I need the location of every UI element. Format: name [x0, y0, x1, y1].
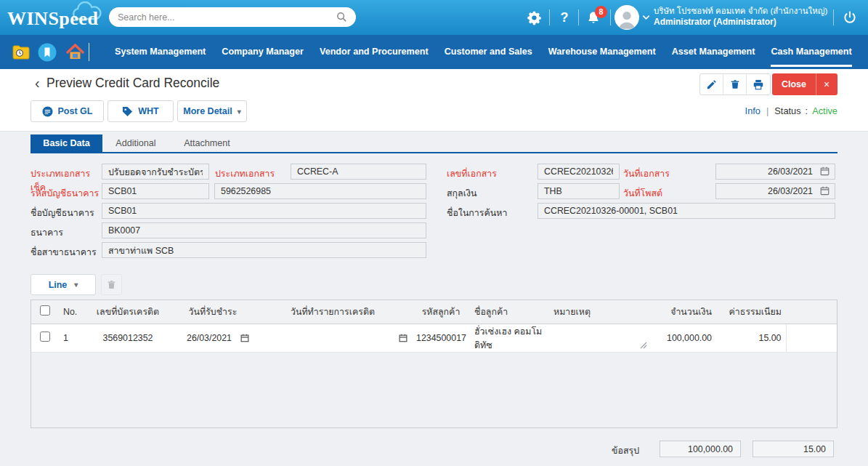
chevron-down-icon[interactable]: [642, 15, 650, 20]
calendar-icon[interactable]: [240, 334, 249, 342]
bank-input[interactable]: [102, 222, 426, 238]
calendar-icon[interactable]: [820, 166, 830, 176]
col-header-customer-name[interactable]: ชื่อลูกค้า: [470, 300, 549, 324]
cell-credit-card-no[interactable]: 3569012352: [84, 324, 172, 352]
status-label: Status: [774, 105, 800, 116]
grid-row: 1 3569012352 26/03/2021: [31, 324, 837, 352]
power-icon: [843, 10, 857, 25]
topbar-separator: [578, 9, 579, 25]
resize-grip-icon[interactable]: [640, 342, 647, 349]
currency-label: สกุลเงิน: [447, 183, 534, 200]
separator: |: [766, 105, 768, 116]
help-button[interactable]: ?: [553, 7, 575, 28]
cell-customer-code[interactable]: 1234500017: [412, 324, 470, 352]
bank-branch-label: ชื่อสาขาธนาคาร: [31, 242, 100, 259]
user-avatar[interactable]: [615, 5, 639, 30]
doc-type-input[interactable]: [291, 164, 426, 180]
delete-button[interactable]: [723, 74, 747, 95]
recent-documents-button[interactable]: [12, 43, 31, 62]
bank-account-code-input[interactable]: [102, 183, 209, 199]
currency-input[interactable]: [538, 183, 620, 199]
back-button[interactable]: ‹: [35, 75, 40, 91]
cell-credit-date[interactable]: [253, 324, 412, 352]
bank-account-no-input[interactable]: [214, 183, 426, 199]
bank-account-name-label: ชื่อบัญชีธนาคาร: [31, 203, 100, 220]
doc-date-field: [715, 164, 835, 180]
col-header-credit-card-no[interactable]: เลขที่บัตรเครดิต: [84, 300, 172, 324]
line-label: Line: [49, 280, 68, 290]
doc-date-input[interactable]: [715, 164, 835, 180]
notification-badge: 8: [595, 6, 607, 18]
col-header-note[interactable]: หมายเหตุ: [549, 300, 654, 324]
bank-field: [102, 222, 426, 238]
bank-branch-input[interactable]: [102, 242, 426, 258]
home-button[interactable]: [65, 43, 84, 62]
topbar-separator: [549, 9, 550, 25]
bank-account-code-label: รหัสบัญชีธนาคาร: [31, 183, 100, 200]
select-all-checkbox[interactable]: [40, 305, 50, 316]
print-button[interactable]: [747, 74, 770, 95]
settings-button[interactable]: [523, 7, 545, 28]
menubar-divider: [89, 43, 89, 61]
menu-item-asset-management[interactable]: Asset Management: [664, 35, 763, 69]
currency-field: [538, 183, 620, 199]
notifications-button[interactable]: 8: [583, 7, 604, 28]
bookmark-button[interactable]: [38, 43, 57, 62]
cell-pay-date[interactable]: 26/03/2021: [172, 324, 253, 352]
topbar-separator: [833, 9, 834, 25]
col-header-credit-date[interactable]: วันที่ทำรายการเครดิต: [253, 300, 412, 324]
company-name: บริษัท โปรซอฟท์ คอมเทค จำกัด (สำนักงานให…: [654, 6, 828, 17]
logout-button[interactable]: [839, 7, 861, 28]
col-header-fee[interactable]: ค่าธรรมเนียม: [716, 300, 786, 324]
cell-note[interactable]: [549, 324, 654, 352]
tab-underline: [31, 152, 837, 153]
col-header-customer-code[interactable]: รหัสลูกค้า: [412, 300, 470, 324]
logo-text: WINSpeed: [7, 8, 98, 30]
close-button[interactable]: Close: [772, 73, 816, 95]
edit-button[interactable]: [700, 74, 723, 95]
info-status-bar: Info|Status:Active: [690, 105, 837, 116]
close-x-button[interactable]: ×: [816, 73, 837, 95]
wht-button[interactable]: WHT: [108, 100, 174, 122]
search-name-label: ชื่อในการค้นหา: [447, 203, 534, 220]
search-icon[interactable]: [336, 12, 347, 23]
info-link[interactable]: Info: [745, 105, 760, 116]
tab-strip: Basic Data Additional Attachment: [31, 134, 245, 152]
post-date-input[interactable]: [715, 183, 835, 199]
col-header-no[interactable]: No.: [59, 300, 84, 324]
menu-item-vendor-procurement[interactable]: Vendor and Procurement: [312, 35, 437, 69]
cell-customer-name[interactable]: ฮั่วเซ่งเฮง คอมโมดิทัซ: [470, 324, 549, 352]
wht-label: WHT: [138, 106, 158, 116]
doc-check-type-input[interactable]: [102, 164, 209, 180]
module-menu: System Management Company Manager Vendor…: [107, 35, 868, 69]
row-checkbox[interactable]: [40, 332, 50, 342]
bank-account-no-field: [214, 183, 426, 199]
doc-no-input[interactable]: [538, 164, 620, 180]
page-title: Preview Credit Card Reconcile: [46, 76, 219, 91]
printer-icon: [753, 79, 764, 90]
tab-attachment[interactable]: Attachment: [169, 134, 245, 152]
status-badge: Active: [812, 105, 837, 116]
user-info[interactable]: บริษัท โปรซอฟท์ คอมเทค จำกัด (สำนักงานให…: [654, 6, 828, 28]
calendar-icon[interactable]: [399, 334, 407, 342]
col-header-amount[interactable]: จำนวนเงิน: [654, 300, 716, 324]
menu-item-system-management[interactable]: System Management: [107, 35, 214, 69]
menu-item-company-manager[interactable]: Company Manager: [214, 35, 312, 69]
col-header-pay-date[interactable]: วันที่รับชำระ: [172, 300, 253, 324]
bank-account-name-input[interactable]: [102, 203, 426, 219]
menu-item-customer-sales[interactable]: Customer and Sales: [437, 35, 540, 69]
calendar-icon[interactable]: [820, 186, 830, 196]
tab-additional[interactable]: Additional: [102, 134, 169, 152]
cell-fee[interactable]: 15.00: [716, 324, 786, 352]
cell-amount[interactable]: 100,000.00: [654, 324, 716, 352]
post-gl-button[interactable]: Post GL: [31, 100, 104, 122]
search-name-input[interactable]: [538, 203, 835, 219]
menu-item-more[interactable]: ...: [860, 35, 868, 69]
line-button[interactable]: Line ▾: [31, 274, 96, 295]
grid-delete-button[interactable]: [101, 274, 122, 295]
search-input[interactable]: [118, 12, 336, 23]
more-detail-button[interactable]: More Detail ▾: [177, 100, 247, 122]
menu-item-warehouse-management[interactable]: Warehouse Management: [540, 35, 664, 69]
tab-basic-data[interactable]: Basic Data: [31, 134, 102, 152]
menu-item-cash-management[interactable]: Cash Management: [763, 35, 859, 69]
